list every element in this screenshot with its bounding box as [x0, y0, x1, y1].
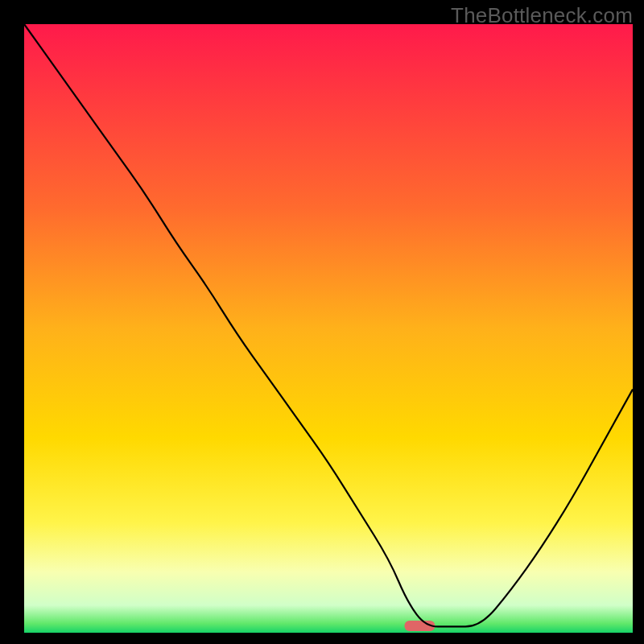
bottleneck-chart: [0, 0, 644, 644]
chart-frame: TheBottleneck.com: [0, 0, 644, 644]
watermark-text: TheBottleneck.com: [451, 3, 633, 28]
plot-background: [24, 24, 633, 633]
